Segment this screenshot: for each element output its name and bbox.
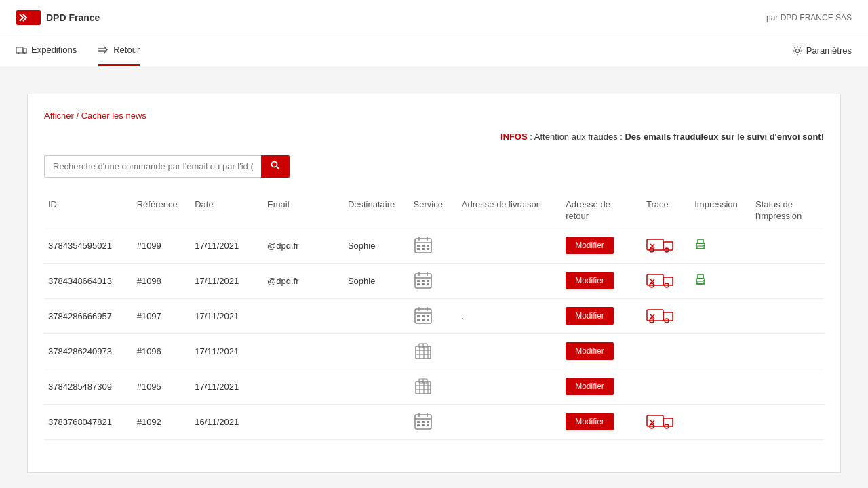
svg-rect-58 [422, 319, 425, 321]
cell-addr: . [458, 298, 561, 333]
svg-rect-36 [427, 280, 429, 282]
cell-impression [690, 228, 751, 263]
th-destinataire: Destinataire [344, 194, 410, 228]
nav-expeditions[interactable]: Expéditions [16, 35, 77, 66]
cell-service [410, 298, 458, 333]
infos-text2: Des emails frauduleux sur le suivi d'env… [625, 131, 824, 142]
cell-id: 3784286240973 [44, 333, 133, 369]
svg-rect-1 [16, 47, 23, 53]
cell-ref: #1097 [133, 298, 191, 333]
cell-ref: #1099 [133, 228, 191, 263]
svg-point-29 [703, 245, 705, 246]
svg-rect-39 [427, 283, 429, 285]
retour-icon [98, 45, 109, 54]
table-row: 3784286240973 #1096 17/11/2021 Modifier [44, 333, 824, 369]
print-icon[interactable] [694, 243, 707, 253]
cell-service [410, 369, 458, 404]
cell-status [751, 333, 824, 369]
cell-dest [344, 298, 410, 333]
svg-rect-87 [422, 421, 425, 423]
print-icon[interactable] [694, 278, 707, 288]
table-body: 3784354595021 #1099 17/11/2021 @dpd.fr S… [44, 228, 824, 439]
cell-status [751, 404, 824, 439]
nav-expeditions-label: Expéditions [31, 45, 77, 55]
cell-dest [344, 333, 410, 369]
modifier-button[interactable]: Modifier [566, 413, 614, 430]
th-email: Email [263, 194, 344, 228]
brand-area: DPD France [16, 10, 100, 25]
search-button[interactable] [261, 155, 290, 178]
svg-marker-2 [23, 49, 27, 53]
modifier-button[interactable]: Modifier [566, 342, 614, 360]
modifier-button[interactable]: Modifier [566, 378, 614, 395]
cell-impression [690, 369, 751, 404]
cell-addr [458, 263, 561, 298]
infos-bar: INFOS : Attention aux fraudes : Des emai… [44, 131, 824, 142]
cell-email [263, 333, 344, 369]
cell-ref: #1098 [133, 263, 191, 298]
svg-rect-90 [422, 424, 425, 426]
nav-parametres[interactable]: Paramètres [793, 45, 852, 56]
svg-rect-92 [647, 415, 663, 426]
show-hide-news-link[interactable]: Afficher / Cacher les news [44, 110, 824, 121]
svg-rect-55 [422, 315, 425, 317]
cell-dest [344, 369, 410, 404]
svg-rect-91 [427, 424, 429, 426]
svg-point-4 [24, 52, 26, 54]
svg-point-49 [703, 280, 705, 281]
cell-service [410, 228, 458, 263]
svg-rect-0 [16, 10, 41, 25]
modifier-button[interactable]: Modifier [566, 272, 614, 289]
cell-addr [458, 404, 561, 439]
cell-trace [642, 404, 690, 439]
modifier-button[interactable]: Modifier [566, 237, 614, 254]
cell-trace [642, 369, 690, 404]
th-trace: Trace [642, 194, 690, 228]
svg-rect-27 [698, 239, 703, 243]
cell-date: 17/11/2021 [191, 228, 263, 263]
search-input[interactable] [44, 155, 261, 178]
cell-dest [344, 404, 410, 439]
svg-point-7 [795, 49, 799, 52]
cell-dest: Sophie [344, 263, 410, 298]
svg-rect-34 [417, 280, 420, 282]
table-row: 3783768047821 #1092 16/11/2021 Modifier [44, 404, 824, 439]
cell-ref: #1095 [133, 369, 191, 404]
cell-id: 3784354595021 [44, 228, 133, 263]
dpd-logo-icon [16, 10, 41, 25]
modifier-button[interactable]: Modifier [566, 307, 614, 325]
th-impression: Impression [690, 194, 751, 228]
cell-retour: Modifier [561, 263, 642, 298]
cell-retour: Modifier [561, 333, 642, 369]
cell-status [751, 369, 824, 404]
cell-trace [642, 263, 690, 298]
cell-email [263, 298, 344, 333]
svg-rect-47 [698, 274, 703, 279]
nav-retour-label: Retour [113, 45, 140, 55]
nav-retour[interactable]: Retour [98, 35, 140, 66]
infos-label: INFOS [500, 131, 528, 142]
cell-date: 17/11/2021 [191, 333, 263, 369]
svg-rect-20 [647, 239, 663, 250]
top-bar-right-text: par DPD FRANCE SAS [766, 13, 852, 22]
cell-dest: Sophie [344, 228, 410, 263]
nav-bar: Expéditions Retour Paramètres [0, 35, 868, 66]
cell-email: @dpd.fr [263, 228, 344, 263]
svg-rect-60 [647, 310, 663, 321]
cell-addr [458, 228, 561, 263]
infos-text1: Attention aux fraudes : [534, 131, 625, 142]
cell-ref: #1092 [133, 404, 191, 439]
cell-service [410, 404, 458, 439]
cell-date: 16/11/2021 [191, 404, 263, 439]
svg-rect-37 [417, 283, 420, 285]
svg-rect-74 [416, 382, 431, 394]
cell-id: 3784286666957 [44, 298, 133, 333]
top-bar: DPD France par DPD FRANCE SAS [0, 0, 868, 35]
table-header-row: ID Référence Date Email Destinataire Ser… [44, 194, 824, 228]
svg-rect-14 [417, 245, 420, 247]
table-row: 3784348664013 #1098 17/11/2021 @dpd.fr S… [44, 263, 824, 298]
svg-rect-56 [427, 315, 429, 317]
table-row: 3784286666957 #1097 17/11/2021 . Modifie… [44, 298, 824, 333]
cell-id: 3784348664013 [44, 263, 133, 298]
table-row: 3784285487309 #1095 17/11/2021 Modifier [44, 369, 824, 404]
